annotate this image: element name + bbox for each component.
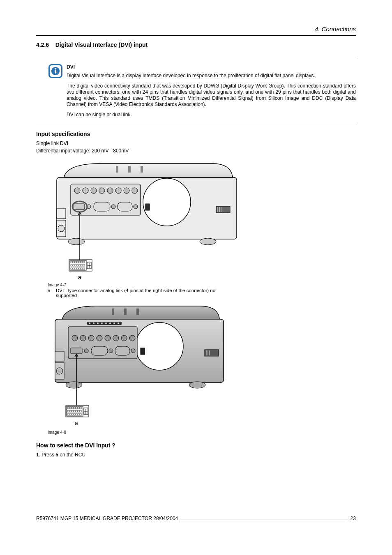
svg-point-95 — [56, 368, 63, 374]
svg-rect-45 — [77, 261, 78, 263]
svg-rect-54 — [81, 265, 83, 266]
svg-rect-48 — [83, 261, 85, 263]
svg-rect-130 — [80, 414, 81, 415]
figure-4-8-caption: Image 4-8 — [48, 430, 356, 435]
howto-heading: How to select the DVI Input ? — [36, 442, 356, 449]
svg-rect-99 — [136, 309, 139, 315]
info-text: DVI Digital Visual Interface is a displa… — [67, 64, 356, 118]
svg-point-84 — [113, 335, 119, 341]
svg-rect-31 — [141, 166, 143, 173]
svg-rect-117 — [67, 410, 69, 412]
svg-rect-89 — [91, 346, 108, 355]
svg-rect-29 — [116, 166, 118, 173]
svg-rect-112 — [71, 407, 73, 409]
figure-4-7-caption: Image 4-7 — [48, 283, 356, 287]
section-title: Digital Visual Interface (DVI) input — [55, 41, 148, 48]
svg-point-72 — [93, 322, 95, 324]
footer-left: R5976741 MGP 15 MEDICAL GRADE PROJECTOR … — [36, 516, 178, 521]
svg-rect-60 — [79, 268, 81, 269]
input-spec-line1: Single link DVI — [36, 140, 356, 146]
svg-rect-97 — [112, 309, 114, 315]
svg-rect-125 — [69, 414, 71, 415]
figure-4-7-legend-label: a — [48, 288, 56, 293]
info-paragraph-1: Digital Visual Interface is a display in… — [67, 73, 356, 79]
svg-point-17 — [132, 188, 138, 193]
svg-rect-113 — [74, 407, 75, 409]
section-number: 4.2.6 — [36, 41, 49, 48]
svg-point-12 — [91, 188, 97, 193]
section-heading: 4.2.6 Digital Visual Interface (DVI) inp… — [36, 41, 356, 48]
svg-rect-56 — [71, 268, 72, 269]
svg-point-79 — [72, 335, 78, 341]
svg-rect-126 — [71, 414, 73, 415]
info-paragraph-2: The digital video connectivity standard … — [67, 83, 356, 108]
svg-rect-61 — [81, 268, 83, 269]
figure-4-8: a — [48, 305, 356, 428]
svg-rect-118 — [69, 410, 71, 412]
svg-rect-123 — [80, 410, 81, 412]
svg-rect-22 — [118, 202, 132, 211]
figure-4-7-callout-a: a — [78, 274, 81, 281]
footer-rule — [180, 520, 348, 520]
svg-point-78 — [118, 322, 119, 324]
svg-point-82 — [97, 335, 102, 341]
howto-step-suffix: on the RCU — [58, 452, 85, 458]
svg-point-77 — [113, 322, 115, 324]
svg-rect-87 — [71, 348, 82, 354]
svg-rect-18 — [73, 204, 85, 210]
svg-rect-55 — [83, 265, 85, 266]
howto-step-1: 1. Press 5 on the RCU — [36, 452, 356, 458]
svg-rect-30 — [128, 166, 131, 173]
chapter-header: 4. Connections — [36, 25, 356, 34]
projector-illustration-1: a — [48, 161, 241, 281]
svg-rect-111 — [69, 407, 71, 409]
svg-point-64 — [136, 322, 183, 370]
info-block: DVI Digital Visual Interface is a displa… — [36, 59, 356, 123]
figure-4-7-legend: a DVI-I type connector analog link (4 pi… — [48, 288, 237, 298]
svg-point-88 — [84, 349, 88, 353]
svg-rect-51 — [75, 265, 76, 266]
info-icon-wrap — [36, 64, 67, 118]
info-title: DVI — [67, 64, 356, 70]
svg-rect-70 — [87, 322, 122, 325]
svg-rect-65 — [205, 350, 219, 356]
svg-rect-43 — [73, 261, 74, 263]
svg-rect-50 — [73, 265, 74, 266]
footer-page: 23 — [350, 516, 356, 521]
svg-point-92 — [131, 349, 135, 353]
svg-rect-115 — [78, 407, 79, 409]
svg-point-90 — [109, 349, 113, 353]
svg-point-10 — [74, 188, 80, 193]
svg-point-76 — [109, 322, 111, 324]
svg-point-101 — [189, 382, 205, 388]
svg-point-100 — [66, 382, 82, 388]
svg-rect-25 — [57, 209, 66, 219]
svg-rect-58 — [75, 268, 76, 269]
svg-rect-121 — [76, 410, 77, 412]
svg-rect-128 — [76, 414, 77, 415]
svg-rect-44 — [75, 261, 76, 263]
info-paragraph-3: DVI can be single or dual link. — [67, 112, 356, 118]
svg-rect-49 — [71, 265, 72, 266]
svg-rect-116 — [80, 407, 81, 409]
svg-rect-110 — [67, 407, 69, 409]
figure-4-8-callout-a: a — [75, 420, 78, 426]
svg-point-4 — [143, 178, 191, 226]
svg-point-75 — [105, 322, 107, 324]
svg-rect-124 — [67, 414, 69, 415]
svg-point-16 — [124, 188, 129, 193]
svg-rect-120 — [74, 410, 75, 412]
svg-point-21 — [111, 205, 115, 209]
svg-point-81 — [88, 335, 94, 341]
svg-rect-91 — [115, 346, 130, 355]
svg-point-80 — [80, 335, 86, 341]
svg-rect-53 — [79, 265, 81, 266]
svg-rect-114 — [76, 407, 77, 409]
svg-rect-96 — [141, 348, 145, 355]
svg-point-13 — [99, 188, 105, 193]
projector-illustration-2: a — [48, 305, 228, 428]
input-spec-line2: Differential input voltage: 200 mV - 800… — [36, 148, 356, 154]
svg-rect-129 — [78, 414, 79, 415]
svg-point-83 — [105, 335, 111, 341]
svg-point-14 — [107, 188, 113, 193]
